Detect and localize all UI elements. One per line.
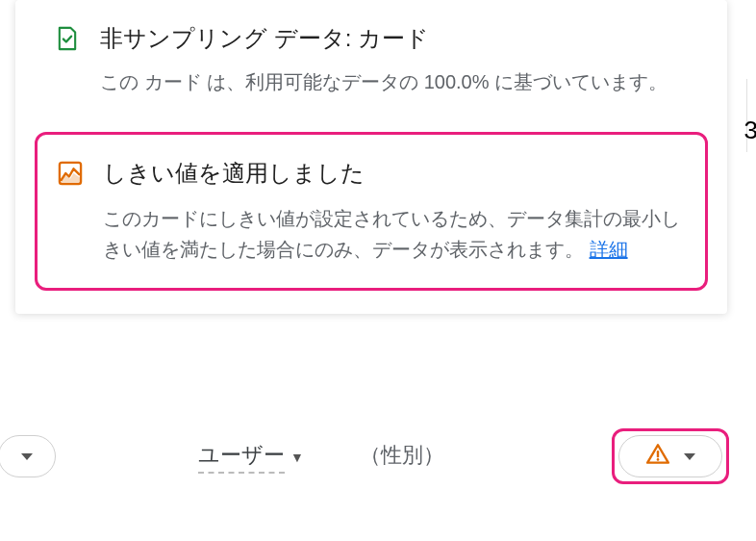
sampling-section: 非サンプリング データ: カード この カード は、利用可能なデータの 100.… <box>15 0 727 124</box>
threshold-body: このカードにしきい値が設定されているため、データ集計の最小しきい値を満たした場合… <box>103 203 686 265</box>
data-quality-dropdown[interactable] <box>618 435 722 477</box>
caret-down-icon <box>684 453 695 460</box>
warning-triangle-icon <box>645 442 670 471</box>
sampling-body: この カード は、利用可能なデータの 100.0% に基づいています。 <box>100 67 700 97</box>
truncated-text: 3 <box>744 116 756 145</box>
check-file-icon <box>54 25 81 52</box>
threshold-title: しきい値を適用しました <box>103 158 365 189</box>
alert-dropdown-highlight <box>612 428 729 484</box>
dimension-label: （性別） <box>360 441 444 470</box>
threshold-highlight: しきい値を適用しました このカードにしきい値が設定されているため、データ集計の最… <box>35 132 708 290</box>
left-dropdown-button[interactable] <box>0 435 56 477</box>
caret-down-icon: ▼ <box>290 450 304 465</box>
info-tooltip-panel: 非サンプリング データ: カード この カード は、利用可能なデータの 100.… <box>15 0 727 314</box>
chart-icon <box>57 160 84 187</box>
metric-selector[interactable]: ユーザー ▼ <box>198 441 304 474</box>
sampling-title: 非サンプリング データ: カード <box>100 23 429 54</box>
threshold-learn-more-link[interactable]: 詳細 <box>590 239 628 260</box>
svg-point-2 <box>657 458 660 461</box>
caret-down-icon <box>21 453 33 460</box>
